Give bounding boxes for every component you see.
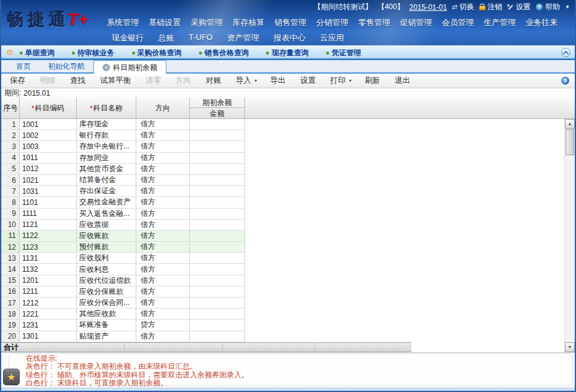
toolbar-button[interactable]: 对账: [200, 75, 230, 86]
cell-direction[interactable]: 借方: [136, 275, 190, 286]
cell-direction[interactable]: 借方: [136, 186, 190, 197]
cell-amount[interactable]: [190, 242, 245, 253]
cell-account-name[interactable]: 贴现资产: [77, 331, 136, 342]
cell-account-name[interactable]: 其他应收款: [77, 309, 136, 320]
cell-amount[interactable]: [190, 331, 245, 342]
toolbar-button[interactable]: 打印 ▼: [324, 75, 359, 86]
shortcut-item[interactable]: 现存量查询: [266, 48, 308, 58]
cell-amount[interactable]: [190, 197, 245, 208]
scrollbar-thumb[interactable]: [566, 129, 574, 155]
cell-amount[interactable]: [190, 220, 245, 231]
cell-account-name[interactable]: 买入返售金融...: [77, 209, 136, 220]
help-button[interactable]: ? 帮助: [535, 2, 560, 12]
cell-amount[interactable]: [190, 320, 245, 331]
cell-account-name[interactable]: 预付账款: [77, 242, 136, 253]
cell-account-name[interactable]: 应收账款: [77, 231, 136, 242]
toolbar-button[interactable]: 明细: [34, 75, 64, 86]
cell-amount[interactable]: [190, 164, 245, 175]
toolbar-button[interactable]: 试算平衡: [94, 75, 139, 86]
cell-direction[interactable]: 借方: [136, 141, 190, 152]
help-icon[interactable]: ?: [561, 77, 569, 85]
cell-account-code[interactable]: 1301: [20, 331, 77, 342]
menu-item[interactable]: 零售管理: [358, 17, 390, 28]
table-row[interactable]: 9 1111 买入返售金融... 借方: [1, 209, 245, 220]
menu-item[interactable]: 采购管理: [190, 17, 222, 28]
cell-direction[interactable]: 借方: [136, 220, 190, 231]
menu-item[interactable]: 总账: [158, 33, 174, 44]
cell-amount[interactable]: [190, 264, 245, 275]
table-row[interactable]: 3 1003 存放中央银行... 借方: [1, 141, 245, 152]
scroll-up-button[interactable]: ▲: [565, 119, 575, 129]
table-row[interactable]: 4 1011 存放同业 借方: [1, 153, 245, 164]
table-row[interactable]: 13 1131 应收股利 借方: [1, 253, 245, 264]
cell-account-code[interactable]: 1101: [20, 197, 77, 208]
menu-item[interactable]: 分销管理: [316, 17, 348, 28]
menu-item[interactable]: 现金银行: [112, 33, 144, 44]
toolbar-button[interactable]: 刷新: [359, 75, 389, 86]
cell-account-code[interactable]: 1121: [20, 220, 77, 231]
cell-account-name[interactable]: 存出保证金: [77, 186, 136, 197]
toolbar-button[interactable]: 查找: [64, 75, 94, 86]
cell-account-code[interactable]: 1001: [20, 119, 77, 130]
login-date-link[interactable]: 2015-01-01: [409, 3, 446, 12]
menu-item[interactable]: 系统管理: [107, 17, 139, 28]
cell-direction[interactable]: 借方: [136, 209, 190, 220]
cell-amount[interactable]: [190, 209, 245, 220]
shortcut-item[interactable]: 单据查询: [20, 48, 55, 58]
cell-account-name[interactable]: 应收分保合同...: [77, 298, 136, 309]
menu-item[interactable]: 报表中心: [273, 33, 305, 44]
cell-account-name[interactable]: 应收分保账款: [77, 286, 136, 298]
toolbar-button[interactable]: 保存: [4, 75, 34, 86]
shortcut-item[interactable]: 采购价格查询: [132, 48, 182, 58]
scroll-down-button[interactable]: ▼: [565, 342, 575, 352]
cell-account-code[interactable]: 1201: [20, 275, 77, 286]
table-row[interactable]: 6 1021 结算备付金 借方: [1, 175, 245, 186]
cell-amount[interactable]: [190, 309, 245, 320]
toolbar-button[interactable]: 设置: [294, 75, 324, 86]
cell-account-code[interactable]: 1131: [20, 253, 77, 264]
cell-direction[interactable]: 借方: [136, 130, 190, 141]
table-row[interactable]: 18 1221 其他应收款 借方: [1, 309, 245, 320]
gear-icon[interactable]: ⚙: [6, 48, 14, 57]
cell-account-code[interactable]: 1123: [20, 242, 77, 253]
cell-direction[interactable]: 借方: [136, 331, 190, 342]
cell-account-code[interactable]: 1012: [20, 164, 77, 175]
shortcut-item[interactable]: 销售价格查询: [199, 48, 249, 58]
cell-account-name[interactable]: 库存现金: [77, 119, 136, 130]
cell-direction[interactable]: 借方: [136, 231, 190, 242]
cell-account-name[interactable]: 坏账准备: [77, 320, 136, 331]
menu-item[interactable]: 促销管理: [400, 17, 432, 28]
cell-account-code[interactable]: 1031: [20, 186, 77, 197]
toolbar-button[interactable]: 清零: [139, 75, 169, 86]
cell-amount[interactable]: [190, 275, 245, 286]
menu-item[interactable]: 云应用: [320, 33, 344, 44]
cell-account-name[interactable]: 结算备付金: [77, 175, 136, 186]
switch-button[interactable]: ⇄ 切换: [452, 2, 474, 12]
cell-account-name[interactable]: 银行存款: [77, 130, 136, 141]
cell-account-name[interactable]: 应收代位追偿款: [77, 275, 136, 286]
cell-direction[interactable]: 借方: [136, 153, 190, 164]
table-row[interactable]: 1 1001 库存现金 借方: [1, 119, 245, 130]
cell-account-name[interactable]: 存放中央银行...: [77, 141, 136, 152]
table-row[interactable]: 11 1122 应收账款 借方: [1, 231, 245, 242]
cell-direction[interactable]: 借方: [136, 197, 190, 208]
settings-button[interactable]: 设置: [507, 2, 531, 12]
cell-direction[interactable]: 借方: [136, 253, 190, 264]
cell-amount[interactable]: [190, 186, 245, 197]
menu-item[interactable]: 基础设置: [149, 17, 181, 28]
shortcut-item[interactable]: 待审核业务: [72, 48, 114, 58]
tab-opening-balance[interactable]: × 科目期初余额: [93, 60, 166, 74]
cell-amount[interactable]: [190, 253, 245, 264]
logout-button[interactable]: 注销: [479, 2, 502, 12]
menu-item[interactable]: 资产管理: [227, 33, 259, 44]
close-icon[interactable]: ×: [103, 64, 110, 71]
cell-direction[interactable]: 借方: [136, 119, 190, 130]
menu-item[interactable]: T-UFO: [189, 33, 212, 44]
cell-direction[interactable]: 借方: [136, 309, 190, 320]
table-row[interactable]: 10 1121 应收票据 借方: [1, 220, 245, 231]
table-row[interactable]: 20 1301 贴现资产 借方: [1, 331, 245, 342]
cell-direction[interactable]: 借方: [136, 242, 190, 253]
cell-account-name[interactable]: 交易性金融资产: [77, 197, 136, 208]
menu-item[interactable]: 业务往来: [526, 17, 558, 28]
cell-direction[interactable]: 借方: [136, 298, 190, 309]
